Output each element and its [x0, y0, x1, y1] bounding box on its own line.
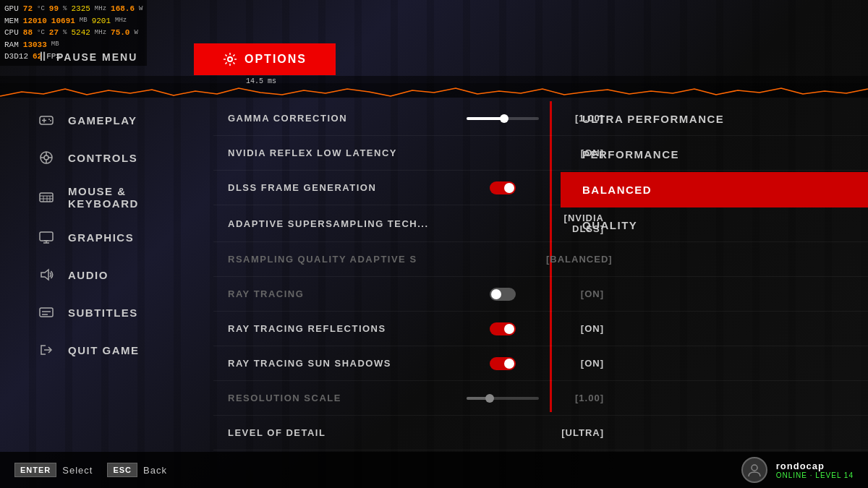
key-hint-enter: ENTER Select	[14, 463, 93, 477]
toggle-rt-reflections[interactable]	[490, 322, 516, 335]
svg-point-0	[228, 57, 232, 61]
sidebar-item-subtitles[interactable]: SUBTITLES	[29, 294, 195, 331]
sidebar-subtitles-label: SUBTITLES	[68, 307, 138, 319]
user-name: rondocap	[776, 461, 854, 471]
user-status: ONLINE · LEVEL 14	[776, 471, 854, 479]
hud-mem-clock: 9201	[92, 15, 111, 27]
toggle-ray-tracing[interactable]	[490, 288, 516, 301]
setting-name-ray-tracing: RAY TRACING	[228, 288, 459, 299]
sidebar-item-graphics[interactable]: GRAPHICS	[29, 218, 195, 256]
hud-cpu-label: CPU	[4, 27, 19, 39]
toggle-rt-shadows[interactable]	[490, 357, 516, 370]
gameplay-icon	[36, 110, 56, 130]
setting-name-lod: LEVEL OF DETAIL	[228, 427, 459, 438]
controls-icon	[36, 147, 56, 168]
setting-row-lod[interactable]: LEVEL OF DETAIL [ULTRA]	[213, 416, 868, 450]
setting-row-rt-shadows[interactable]: RAY TRACING SUN SHADOWS [ON]	[213, 346, 868, 381]
svg-point-5	[50, 120, 51, 121]
user-info: rondocap ONLINE · LEVEL 14	[776, 461, 854, 479]
setting-value-rt-shadows: [ON]	[546, 358, 618, 369]
hud-gpu-label: GPU	[4, 3, 19, 15]
sidebar-item-audio[interactable]: AUDIO	[29, 256, 195, 294]
hud-mem-val1: 12010	[23, 15, 47, 27]
quality-item-quality[interactable]: QUALITY	[561, 207, 868, 243]
user-avatar	[741, 457, 767, 483]
key-hint-esc: ESC Back	[107, 463, 167, 477]
sidebar-item-mouse-keyboard[interactable]: MOUSE & KEYBOARD	[29, 176, 195, 218]
setting-control-rt-shadows[interactable]	[459, 357, 546, 370]
setting-row-res-scale[interactable]: RESOLUTION SCALE [1.00]	[213, 381, 868, 416]
setting-value-ray-tracing: [ON]	[546, 288, 618, 299]
setting-value-res-scale: [1.00]	[546, 393, 618, 403]
svg-rect-23	[40, 308, 53, 317]
pause-menu-label: ⏸ PAUSE MENU	[36, 49, 137, 64]
key-enter: ENTER	[14, 463, 56, 477]
svg-point-4	[48, 119, 50, 120]
setting-name-reflex: NVIDIA REFLEX LOW LATENCY	[228, 147, 459, 158]
setting-row-resample[interactable]: RSAMPLING QUALITY ADAPTIVE S [BALANCED]	[213, 242, 868, 277]
setting-row-ray-tracing[interactable]: RAY TRACING [ON]	[213, 277, 868, 312]
hud-cpu-power: 75.0	[111, 27, 129, 39]
setting-name-dlss-fg: DLSS FRAME GENERATION	[228, 182, 459, 193]
sidebar-item-gameplay[interactable]: GAMEPLAY	[29, 101, 195, 139]
hud-gpu-usage: 99	[49, 3, 59, 15]
hud-ram-label: RAM	[4, 39, 19, 51]
setting-control-ray-tracing[interactable]	[459, 288, 546, 301]
setting-value-resample: [BALANCED]	[546, 254, 627, 265]
hud-gpu-temp: 72	[23, 3, 33, 15]
hud-cpu-usage: 27	[49, 27, 59, 39]
bottom-left-hints: ENTER Select ESC Back	[14, 463, 167, 477]
svg-point-7	[44, 155, 48, 160]
sidebar-item-controls[interactable]: CONTROLS	[29, 139, 195, 176]
hud-mem-label: MEM	[4, 15, 19, 27]
hud-gpu-power: 168.6	[111, 3, 135, 15]
sidebar-audio-label: AUDIO	[68, 269, 109, 281]
subtitles-icon	[36, 302, 56, 322]
quality-item-performance[interactable]: PERFORMANCE	[561, 137, 868, 172]
mouse-keyboard-icon	[36, 187, 56, 207]
hud-mem-val2: 10691	[51, 15, 75, 27]
key-esc-label: Back	[143, 465, 167, 476]
bottom-right-user: rondocap ONLINE · LEVEL 14	[741, 457, 854, 483]
quality-item-balanced[interactable]: BALANCED	[561, 172, 868, 207]
setting-control-dlss-fg[interactable]	[459, 181, 546, 194]
sidebar-item-quit[interactable]: QUIT GAME	[29, 331, 195, 369]
setting-control-rt-reflections[interactable]	[459, 322, 546, 335]
quality-panel: ULTRA PERFORMANCE PERFORMANCE BALANCED Q…	[561, 101, 868, 243]
bottom-bar: ENTER Select ESC Back rondocap ONLINE · …	[0, 452, 868, 488]
setting-control-res-scale[interactable]	[459, 397, 546, 400]
setting-name-rt-reflections: RAY TRACING REFLECTIONS	[228, 323, 459, 334]
setting-name-resample: RSAMPLING QUALITY ADAPTIVE S	[228, 254, 459, 265]
pause-menu-text: PAUSE MENU	[56, 51, 137, 63]
toggle-dlss-fg[interactable]	[490, 181, 516, 194]
hud-cpu-temp: 88	[23, 27, 33, 39]
svg-point-27	[752, 465, 757, 471]
options-button[interactable]: OPTIONS	[194, 43, 336, 75]
sidebar-gameplay-label: GAMEPLAY	[68, 114, 137, 127]
hud-gpu-clock: 2325	[71, 3, 90, 15]
frametime-graph	[0, 83, 868, 98]
quit-icon	[36, 340, 56, 360]
key-esc: ESC	[107, 463, 137, 477]
hud-d3d-label: D3D12	[4, 51, 28, 63]
svg-rect-12	[40, 193, 53, 202]
setting-value-lod: [ULTRA]	[546, 427, 618, 438]
setting-name-res-scale: RESOLUTION SCALE	[228, 393, 459, 403]
sidebar-controls-label: CONTROLS	[68, 152, 137, 164]
sidebar-graphics-label: GRAPHICS	[68, 231, 134, 244]
key-enter-label: Select	[62, 465, 93, 476]
sidebar-quit-label: QUIT GAME	[68, 344, 140, 356]
setting-control-gamma[interactable]	[459, 117, 546, 120]
setting-row-rt-reflections[interactable]: RAY TRACING REFLECTIONS [ON]	[213, 312, 868, 346]
setting-name-gamma: GAMMA CORRECTION	[228, 113, 459, 124]
svg-marker-22	[41, 270, 48, 280]
sidebar-mouse-keyboard-label: MOUSE & KEYBOARD	[68, 185, 188, 210]
frametime-bar: 14.5 ms	[0, 76, 868, 98]
sidebar: GAMEPLAY CONTROLS	[29, 101, 195, 369]
setting-name-rt-shadows: RAY TRACING SUN SHADOWS	[228, 358, 459, 369]
options-icon	[223, 52, 237, 67]
options-label: OPTIONS	[244, 53, 307, 66]
audio-icon	[36, 265, 56, 285]
quality-item-ultra-perf[interactable]: ULTRA PERFORMANCE	[561, 101, 868, 137]
setting-value-rt-reflections: [ON]	[546, 323, 618, 334]
